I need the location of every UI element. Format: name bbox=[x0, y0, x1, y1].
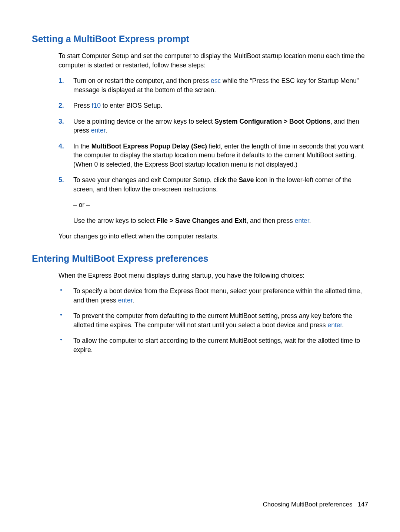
step-text-post: to enter BIOS Setup. bbox=[101, 102, 162, 109]
footer-text: Choosing MultiBoot preferences bbox=[263, 501, 353, 508]
bullet-list: To specify a boot device from the Expres… bbox=[59, 287, 368, 354]
alt-pre: Use the arrow keys to select bbox=[73, 217, 157, 224]
step-2: 2. Press f10 to enter BIOS Setup. bbox=[59, 101, 368, 110]
bullet-post: . bbox=[342, 321, 344, 329]
bullet-pre: To prevent the computer from defaulting … bbox=[73, 312, 352, 329]
key-enter: enter bbox=[327, 321, 342, 329]
step-text-pre: To save your changes and exit Computer S… bbox=[73, 176, 239, 184]
alt-mid: , and then press bbox=[246, 217, 294, 224]
bullet-2: To prevent the computer from defaulting … bbox=[59, 311, 368, 329]
step-text-pre: Use a pointing device or the arrow keys … bbox=[73, 118, 214, 125]
ordered-steps-list: 1. Turn on or restart the computer, and … bbox=[59, 76, 368, 225]
bullet-1: To specify a boot device from the Expres… bbox=[59, 287, 368, 305]
step-5: 5. To save your changes and exit Compute… bbox=[59, 175, 368, 225]
alternative-step: Use the arrow keys to select File > Save… bbox=[73, 216, 368, 225]
step-text-post: . bbox=[106, 127, 107, 134]
key-enter: enter bbox=[118, 297, 133, 304]
bullet-text: To allow the computer to start according… bbox=[73, 337, 360, 354]
key-f10: f10 bbox=[92, 102, 101, 109]
page-footer: Choosing MultiBoot preferences 147 bbox=[263, 500, 368, 509]
section-heading-2: Entering MultiBoot Express preferences bbox=[32, 252, 368, 265]
key-enter: enter bbox=[295, 217, 309, 224]
step-number: 2. bbox=[59, 101, 64, 110]
key-esc: esc bbox=[211, 77, 221, 84]
step-number: 4. bbox=[59, 142, 64, 151]
bold-text: System Configuration > Boot Options bbox=[214, 118, 330, 125]
section-heading-1: Setting a MultiBoot Express prompt bbox=[32, 33, 368, 46]
step-number: 3. bbox=[59, 117, 64, 126]
section2-intro: When the Express Boot menu displays duri… bbox=[59, 271, 368, 280]
alt-post: . bbox=[309, 217, 311, 224]
bullet-pre: To specify a boot device from the Expres… bbox=[73, 287, 362, 304]
step-text-pre: In the bbox=[73, 143, 91, 150]
step-number: 5. bbox=[59, 175, 64, 185]
or-separator: – or – bbox=[73, 200, 368, 210]
step-1: 1. Turn on or restart the computer, and … bbox=[59, 76, 368, 94]
bullet-post: . bbox=[133, 297, 134, 304]
page-number: 147 bbox=[358, 501, 368, 508]
section1-closing: Your changes go into effect when the com… bbox=[59, 232, 368, 241]
step-text-pre: Press bbox=[73, 102, 92, 109]
bullet-3: To allow the computer to start according… bbox=[59, 336, 368, 354]
step-text-pre: Turn on or restart the computer, and the… bbox=[73, 77, 211, 84]
step-number: 1. bbox=[59, 76, 64, 86]
bold-text: Save bbox=[239, 176, 254, 184]
step-4: 4. In the MultiBoot Express Popup Delay … bbox=[59, 142, 368, 169]
bold-text: MultiBoot Express Popup Delay (Sec) bbox=[91, 143, 207, 150]
step-3: 3. Use a pointing device or the arrow ke… bbox=[59, 117, 368, 135]
section1-intro: To start Computer Setup and set the comp… bbox=[59, 51, 368, 70]
bold-text: File > Save Changes and Exit bbox=[157, 217, 247, 224]
key-enter: enter bbox=[91, 127, 106, 134]
